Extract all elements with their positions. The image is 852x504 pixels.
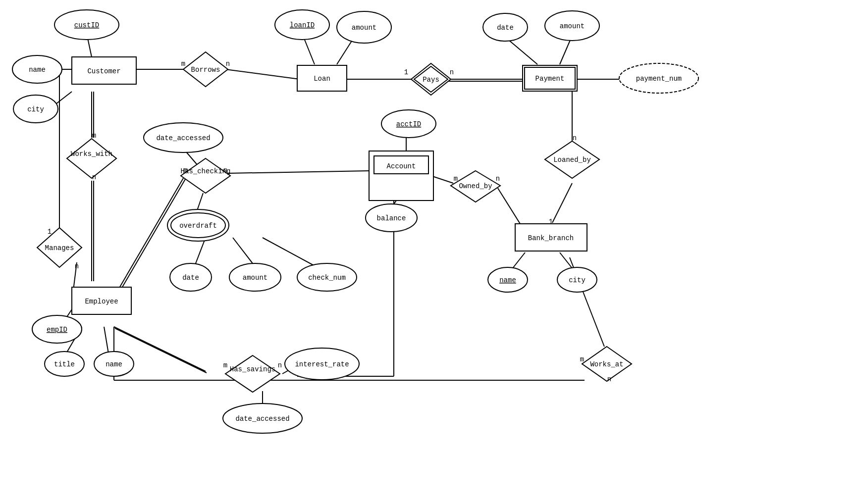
card-ownedby-m: m: [454, 175, 458, 183]
rel-ownedby-label: Owned_by: [459, 182, 492, 190]
attr-name-bankbranch-label: name: [499, 276, 516, 284]
card-haschecking-m: m: [184, 166, 188, 174]
er-diagram: custID name city loanID amount date amou…: [0, 0, 852, 504]
attr-title-label: title: [54, 360, 75, 368]
attr-acctid-label: acctID: [396, 120, 421, 128]
card-manages-1: 1: [48, 228, 52, 236]
attr-city-customer-label: city: [27, 105, 44, 113]
entity-account-label: Account: [387, 162, 416, 170]
attr-name-customer-label: name: [29, 66, 46, 74]
card-pays-1: 1: [404, 68, 408, 76]
entity-employee-label: Employee: [85, 298, 118, 305]
card-pays-n: n: [450, 68, 454, 76]
card-borrows-n: n: [226, 60, 230, 68]
attr-amount-payment-label: amount: [560, 22, 585, 30]
rel-worksat-label: Works_at: [590, 360, 623, 368]
rel-hassavings-label: Has_savings: [230, 365, 275, 373]
attr-date-payment-label: date: [497, 24, 514, 32]
card-haschecking-n: n: [223, 166, 227, 174]
line-loanedby-bankbranch: [552, 183, 572, 223]
attr-date-checking-label: date: [182, 274, 199, 282]
attr-empid-label: empID: [47, 326, 67, 334]
attr-checknum-label: check_num: [308, 274, 346, 282]
card-workswith-m: m: [92, 132, 96, 140]
attr-amount-checking-label: amount: [243, 274, 267, 282]
card-manages-n: n: [75, 262, 79, 270]
entity-loan-label: Loan: [314, 75, 330, 83]
card-loanedby-n-top: n: [573, 134, 577, 142]
rel-pays-label: Pays: [423, 76, 439, 84]
rel-borrows-label: Borrows: [191, 66, 220, 74]
attr-dateaccessed-bottom-label: date_accessed: [235, 415, 289, 423]
attr-balance-label: balance: [377, 214, 406, 222]
rel-hassavings: [225, 355, 280, 392]
card-worksat-m: m: [580, 355, 584, 363]
rel-workswith-label: Works_with: [71, 150, 112, 158]
rel-loanedby-label: Loaned_by: [553, 156, 591, 164]
card-worksat-n: n: [607, 375, 611, 383]
line-borrows-loan: [225, 69, 300, 79]
line-haschecking-account: [228, 171, 369, 173]
line-account-ownedby: [431, 176, 453, 183]
rel-haschecking: [181, 158, 230, 193]
attr-custid-label: custID: [74, 21, 99, 29]
entity-payment-label: Payment: [535, 75, 565, 83]
rel-workswith: [67, 139, 116, 178]
card-ownedby-n: n: [496, 175, 500, 183]
entity-customer-label: Customer: [87, 67, 120, 75]
card-workswith-n: n: [92, 173, 96, 181]
attr-amount-loan-label: amount: [352, 24, 376, 32]
attr-name-employee-label: name: [106, 360, 122, 368]
attr-city-bankbranch-label: city: [569, 276, 586, 284]
card-hassavings-m: m: [223, 361, 227, 369]
card-borrows-m: m: [181, 60, 185, 68]
card-hassavings-n: n: [278, 361, 282, 369]
card-loanedby-1: 1: [549, 218, 553, 226]
attr-interestrate-label: interest_rate: [295, 360, 349, 368]
rel-manages-label: Manages: [45, 244, 74, 252]
entity-bankbranch-label: Bank_branch: [528, 234, 574, 242]
line-ownedby-bankbranch: [498, 188, 523, 228]
attr-paymentnum-label: payment_num: [636, 75, 682, 83]
attr-loanid-label: loanID: [290, 21, 315, 29]
attr-dateaccessed-top-label: date_accessed: [156, 134, 210, 142]
attr-overdraft-label: overdraft: [179, 222, 217, 230]
